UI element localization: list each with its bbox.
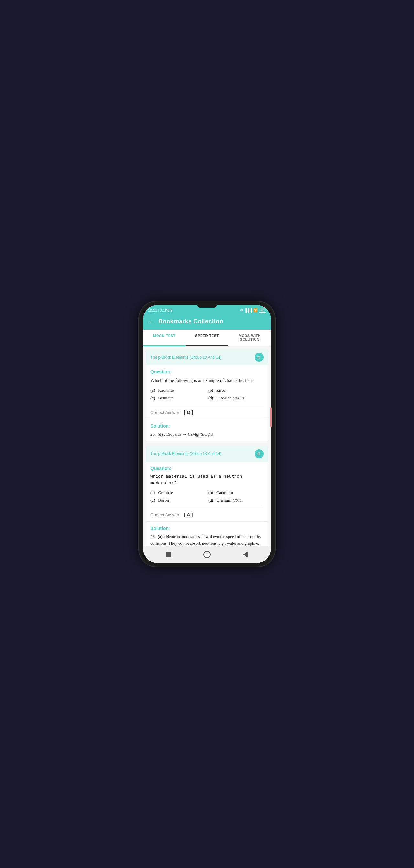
solution-text-2: 23. (a) : Neutron moderators slow down t…: [150, 533, 264, 546]
year-tag-2: (2011): [232, 498, 243, 503]
battery-indicator: 85: [259, 308, 266, 313]
correct-answer-label-2: Correct Answer:: [150, 513, 180, 517]
option-1d: (d) Diopside (2009): [208, 395, 264, 401]
option-2c-value: Boron: [158, 498, 169, 503]
option-1d-value: Diopside: [216, 396, 232, 400]
phone-screen: 10:21 | 0.1KB/s ⊛ ▐▐▐ 🛜 85 ← Bookmarks C…: [143, 305, 271, 563]
question-label-1: Question:: [150, 369, 264, 374]
status-icons: ⊛ ▐▐▐ 🛜 85: [240, 308, 266, 313]
option-2d-value: Uranium: [216, 498, 231, 503]
home-button[interactable]: [203, 550, 211, 559]
answer-row-2: Correct Answer: [ A ]: [146, 508, 268, 521]
question-card-2: The p-Block Elements (Group 13 And 14) 🗑…: [145, 446, 269, 546]
option-1c-value: Benitoite: [158, 396, 174, 400]
option-1a-value: Kaolinite: [158, 388, 174, 393]
recent-apps-button[interactable]: [164, 550, 173, 559]
correct-answer-label-1: Correct Answer:: [150, 410, 180, 415]
option-2d: (d) Uranium (2011): [208, 497, 264, 504]
wifi-icon: 🛜: [253, 308, 258, 312]
solution-label-1: Solution:: [150, 423, 264, 429]
tab-mock-test[interactable]: MOCK TEST: [143, 330, 186, 346]
tab-speed-test[interactable]: SPEED TEST: [186, 330, 228, 346]
question-label-2: Question:: [150, 466, 264, 471]
answer-row-1: Correct Answer: [ D ]: [146, 405, 268, 419]
option-1c: (c) Benitoite: [150, 395, 206, 401]
option-2a-value: Graphite: [158, 490, 173, 495]
solution-section-2: Solution: 23. (a) : Neutron moderators s…: [146, 522, 268, 546]
phone-frame: 10:21 | 0.1KB/s ⊛ ▐▐▐ 🛜 85 ← Bookmarks C…: [139, 301, 275, 567]
app-header: ← Bookmarks Collection: [143, 314, 271, 330]
topic-label-2: The p-Block Elements (Group 13 And 14): [150, 452, 221, 456]
tabs-bar: MOCK TEST SPEED TEST MCQS WITH SOLUTION: [143, 330, 271, 346]
question-text-1: Which of the following is an example of …: [150, 377, 264, 384]
square-icon: [166, 552, 171, 557]
triangle-icon: [243, 551, 248, 558]
correct-answer-value-1: [ D ]: [184, 409, 193, 415]
trash-icon-1: 🗑: [257, 355, 261, 360]
year-tag-1: (2009): [233, 396, 244, 400]
topic-label-1: The p-Block Elements (Group 13 And 14): [150, 355, 221, 360]
signal-icon: ▐▐▐: [244, 308, 252, 312]
question-body-1: Question: Which of the following is an e…: [146, 365, 268, 405]
solution-label-2: Solution:: [150, 526, 264, 531]
topic-header-1: The p-Block Elements (Group 13 And 14) 🗑: [146, 349, 268, 365]
delete-button-1[interactable]: 🗑: [254, 353, 264, 362]
question-card-1: The p-Block Elements (Group 13 And 14) 🗑…: [145, 349, 269, 442]
bluetooth-icon: ⊛: [240, 308, 243, 312]
scroll-indicator: [270, 407, 272, 427]
camera-notch: [197, 305, 217, 308]
status-time: 10:21 | 0.1KB/s: [148, 308, 172, 312]
option-2b: (b) Cadmium: [208, 489, 264, 496]
trash-icon-2: 🗑: [257, 452, 261, 456]
questions-scroll-area[interactable]: The p-Block Elements (Group 13 And 14) 🗑…: [143, 346, 271, 546]
page-title: Bookmarks Collection: [159, 318, 223, 325]
solution-text-1: 20. (d) : Diopside → CaMg[(SiO3)2]: [150, 431, 264, 438]
solution-section-1: Solution: 20. (d) : Diopside → CaMg[(SiO…: [146, 419, 268, 442]
back-nav-button[interactable]: [241, 550, 250, 559]
question-body-2: Question: Which material is used as a ne…: [146, 462, 268, 507]
option-1a: (a) Kaolinite: [150, 387, 206, 394]
delete-button-2[interactable]: 🗑: [254, 449, 264, 458]
option-2a: (a) Graphite: [150, 489, 206, 496]
option-1b: (b) Zircon: [208, 387, 264, 394]
tab-mcqs[interactable]: MCQS WITH SOLUTION: [228, 330, 271, 346]
topic-header-2: The p-Block Elements (Group 13 And 14) 🗑: [146, 446, 268, 462]
option-2c: (c) Boron: [150, 497, 206, 504]
circle-icon: [203, 551, 211, 558]
option-2b-value: Cadmium: [216, 490, 233, 495]
correct-answer-value-2: [ A ]: [184, 512, 193, 517]
options-grid-2: (a) Graphite (b) Cadmium (c) Boron: [150, 489, 264, 504]
option-1b-value: Zircon: [216, 388, 228, 393]
question-text-2: Which material is used as a neutron mode…: [150, 473, 264, 486]
options-grid-1: (a) Kaolinite (b) Zircon (c) Benitoite: [150, 387, 264, 401]
bottom-navigation: [143, 546, 271, 563]
back-button[interactable]: ←: [148, 318, 154, 325]
